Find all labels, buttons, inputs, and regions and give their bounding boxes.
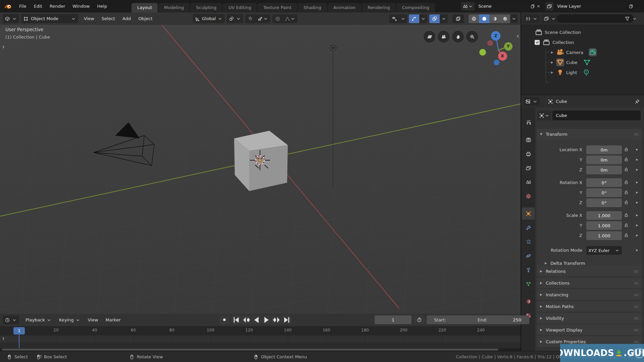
current-frame-field[interactable]: 1: [375, 315, 412, 324]
properties-tab-render[interactable]: [522, 134, 535, 146]
pan-view-button[interactable]: [452, 31, 464, 43]
id-type-button[interactable]: [538, 111, 551, 120]
lock-open-icon[interactable]: [624, 147, 629, 153]
jump-start-button[interactable]: [231, 315, 241, 324]
outliner-row-cube[interactable]: ▶Cube: [521, 57, 644, 67]
camera-view-button[interactable]: [438, 31, 449, 43]
proportional-editing-button[interactable]: [272, 14, 283, 23]
properties-tab-constraints[interactable]: [522, 264, 535, 276]
use-preview-range-button[interactable]: [414, 315, 425, 324]
outliner-editor-button[interactable]: [523, 14, 540, 23]
properties-tab-scene[interactable]: [522, 176, 535, 188]
drag-dots-icon[interactable]: [634, 327, 639, 333]
animate-dot[interactable]: [636, 215, 638, 216]
transform-value-field[interactable]: 0°: [586, 178, 622, 187]
tab-shading[interactable]: Shading: [298, 3, 327, 12]
transform-value-field[interactable]: 1.000: [586, 221, 622, 230]
transform-panel-header[interactable]: ▼ Transform: [537, 129, 642, 139]
properties-tab-particles[interactable]: [522, 236, 535, 248]
xray-toggle-button[interactable]: [452, 14, 464, 23]
properties-tab-output[interactable]: [522, 148, 535, 160]
gizmo-axis-z[interactable]: Z: [491, 31, 500, 41]
blender-logo-icon[interactable]: [4, 3, 12, 10]
properties-tab-world[interactable]: [522, 190, 535, 202]
timeline-ruler[interactable]: 1 20406080100120140160180200220240: [0, 326, 521, 336]
pin-icon[interactable]: [635, 99, 640, 104]
shading-wireframe-button[interactable]: [469, 14, 479, 23]
gizmo-axis-dot[interactable]: [479, 49, 486, 56]
properties-tab-object[interactable]: [522, 207, 535, 220]
menu-help[interactable]: Help: [94, 0, 111, 12]
gizmo-axis-x[interactable]: X: [498, 52, 507, 61]
shading-rendered-button[interactable]: [500, 14, 510, 23]
panel-viewport-display[interactable]: ▶Viewport Display: [537, 324, 642, 335]
new-view-layer-icon[interactable]: [629, 4, 633, 9]
play-reverse-button[interactable]: [252, 315, 261, 324]
drag-dots-icon[interactable]: [634, 269, 639, 274]
lock-open-icon[interactable]: [624, 157, 629, 163]
timeline-tracks[interactable]: [0, 336, 521, 348]
lock-open-icon[interactable]: [624, 167, 629, 173]
tab-layout[interactable]: Layout: [131, 3, 158, 12]
play-button[interactable]: [262, 315, 271, 324]
filter-icon[interactable]: [625, 16, 630, 21]
scrollbar-handle[interactable]: [2, 349, 498, 351]
animate-dot[interactable]: [636, 202, 638, 203]
timeline-menu-playback[interactable]: Playback: [22, 317, 55, 323]
outliner-row-scene-collection[interactable]: Scene Collection: [521, 27, 644, 37]
animate-dot[interactable]: [636, 149, 638, 150]
shading-solid-button[interactable]: [479, 14, 489, 23]
panel-collections[interactable]: ▶Collections: [537, 278, 642, 288]
light-object[interactable]: [330, 45, 336, 51]
tab-sculpting[interactable]: Sculpting: [190, 3, 222, 12]
menu-file[interactable]: File: [15, 0, 30, 12]
timeline-menu-keying[interactable]: Keying: [55, 317, 84, 323]
falloff-dropdown[interactable]: [283, 14, 298, 23]
new-scene-icon[interactable]: [530, 4, 535, 9]
drag-dots-icon[interactable]: [634, 281, 639, 286]
tab-compositing[interactable]: Compositing: [396, 3, 435, 12]
properties-editor-button[interactable]: [523, 97, 540, 106]
snap-target-dropdown[interactable]: [227, 14, 243, 23]
editor-type-button[interactable]: [3, 14, 19, 23]
viewport-menu-object[interactable]: Object: [135, 16, 156, 21]
visibility-chevron[interactable]: [399, 14, 407, 23]
caret-right-icon[interactable]: ▶: [550, 61, 554, 64]
camera-object[interactable]: [94, 123, 154, 166]
caret-right-icon[interactable]: ▶: [550, 51, 554, 54]
rotation-mode-dropdown[interactable]: XYZ Euler: [586, 246, 622, 255]
tab-modeling[interactable]: Modeling: [158, 3, 190, 12]
prev-keyframe-button[interactable]: [241, 315, 251, 324]
caret-right-icon[interactable]: ▶: [550, 71, 554, 74]
viewport-canvas[interactable]: User Perspective (1) Collection | Cube Z…: [0, 25, 521, 314]
properties-tab-tool[interactable]: [522, 116, 535, 128]
frame-end-field[interactable]: End: 250: [470, 315, 529, 324]
animate-dot[interactable]: [636, 159, 638, 161]
timeline-editor-button[interactable]: [3, 315, 19, 324]
transform-value-field[interactable]: 1.000: [586, 211, 622, 220]
drag-dots-icon[interactable]: [634, 304, 639, 309]
tab-animation[interactable]: Animation: [328, 3, 361, 12]
shading-material-button[interactable]: [489, 14, 500, 23]
caret-down-icon[interactable]: ▼: [536, 41, 540, 44]
chevron-down-icon[interactable]: [632, 16, 637, 21]
timeline-scrollbar[interactable]: [0, 348, 521, 351]
transform-value-field[interactable]: 0°: [586, 198, 622, 207]
gizmo-axis-y[interactable]: Y: [504, 42, 513, 51]
tab-texture-paint[interactable]: Texture Paint: [258, 3, 297, 12]
menu-edit[interactable]: Edit: [30, 0, 46, 12]
shading-dropdown[interactable]: [510, 14, 518, 23]
lock-open-icon[interactable]: [624, 223, 629, 229]
tab-uv-editing[interactable]: UV Editing: [223, 3, 257, 12]
object-name-input[interactable]: [552, 111, 641, 120]
transform-orientation-dropdown[interactable]: Global: [193, 14, 225, 23]
gizmo-axis-dot[interactable]: [494, 60, 499, 65]
transform-value-field[interactable]: 0°: [586, 188, 622, 197]
menu-render[interactable]: Render: [46, 0, 69, 12]
playhead[interactable]: [19, 334, 19, 348]
animate-dot[interactable]: [636, 169, 638, 171]
display-mode-button[interactable]: [542, 14, 558, 23]
transform-value-field[interactable]: 0m: [586, 166, 622, 174]
viewport-menu-add[interactable]: Add: [119, 16, 135, 21]
properties-tab-modifiers[interactable]: [522, 222, 535, 234]
